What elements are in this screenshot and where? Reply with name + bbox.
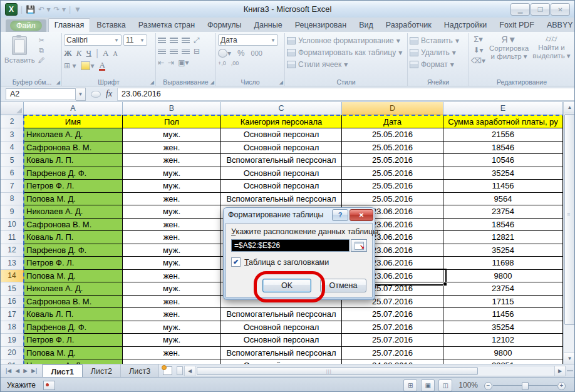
cell-date[interactable]: 25.05.2016 xyxy=(342,154,443,167)
cell-category[interactable]: Вспомогательный песрсонал xyxy=(221,193,342,206)
checkbox-checked-icon[interactable]: ✔ xyxy=(231,257,241,267)
cell-category[interactable]: Основной персонал xyxy=(221,167,342,180)
cell-salary[interactable]: 23754 xyxy=(443,205,563,219)
cell-name[interactable]: Попова М. Д. xyxy=(24,347,123,360)
scroll-down-icon[interactable]: ▼ xyxy=(564,353,575,364)
cell-name[interactable]: Коваль Л. П. xyxy=(24,154,123,167)
cell-date[interactable]: 24.08.2016 xyxy=(342,359,443,364)
row-number[interactable]: 7 xyxy=(1,180,24,193)
cell-salary[interactable]: 11456 xyxy=(443,308,563,321)
cell-category[interactable]: Основной персонал xyxy=(221,359,342,364)
dialog-launcher-icon[interactable]: ◢ xyxy=(56,80,60,85)
sheet-tab[interactable]: Лист2 xyxy=(83,364,121,377)
row-number[interactable]: 10 xyxy=(1,219,24,232)
autosum-icon[interactable]: Σ ▾ xyxy=(471,34,485,44)
insert-function-icon[interactable]: fx xyxy=(106,89,112,99)
ribbon-tab[interactable]: Данные xyxy=(247,18,288,32)
cell-category[interactable]: Вспомогательный песрсонал xyxy=(221,308,342,321)
dialog-close-icon[interactable]: ✕ xyxy=(350,209,373,221)
cell-category[interactable]: Основной персонал xyxy=(221,142,342,155)
undo-icon[interactable]: ↶ ▾ xyxy=(38,6,50,13)
row-number[interactable]: 21 xyxy=(1,359,24,364)
select-all-corner[interactable] xyxy=(1,102,24,115)
cell-name[interactable]: Попова М. Д. xyxy=(24,270,123,283)
increase-decimal-icon[interactable]: +,0 xyxy=(218,60,226,66)
shrink-font-button[interactable]: А xyxy=(113,50,118,57)
dialog-help-icon[interactable]: ? xyxy=(332,209,348,221)
cell-gender[interactable]: муж. xyxy=(123,244,221,257)
cell-category[interactable]: Основной персонал xyxy=(221,321,342,334)
format-painter-icon[interactable]: 🖉 xyxy=(37,56,46,64)
normal-view-icon[interactable]: ⊞ xyxy=(403,379,417,391)
header-cell-salary[interactable]: Сумма заработной платы, ру xyxy=(443,115,563,128)
cell-name[interactable]: Парфенов Д. Ф. xyxy=(24,244,123,257)
header-cell-gender[interactable]: Пол xyxy=(123,115,221,128)
cell-gender[interactable]: муж. xyxy=(123,205,221,219)
ribbon-tab[interactable]: Foxit PDF xyxy=(493,18,541,32)
row-number[interactable]: 16 xyxy=(1,296,24,309)
page-break-view-icon[interactable]: ◫ xyxy=(438,379,452,391)
cell-salary[interactable]: 18546 xyxy=(443,219,563,232)
ribbon-tab[interactable]: Надстройки xyxy=(438,18,494,32)
paste-button[interactable]: Вставить xyxy=(4,35,35,64)
qat-customize-icon[interactable]: ▼ xyxy=(74,6,81,13)
formula-bar-handle[interactable] xyxy=(91,91,101,98)
align-bottom-icon[interactable] xyxy=(182,38,190,43)
header-cell-date[interactable]: Дата xyxy=(342,115,443,128)
cell-gender[interactable]: жен. xyxy=(123,231,221,244)
vertical-scrollbar-thumb[interactable] xyxy=(564,114,575,325)
cell-salary[interactable]: 35254 xyxy=(443,244,563,257)
cell-name[interactable]: Николаев А. Д. xyxy=(24,359,123,364)
row-number[interactable]: 20 xyxy=(1,347,24,360)
cell-category[interactable]: Вспомогательный песрсонал xyxy=(221,347,342,360)
cell-gender[interactable]: муж. xyxy=(123,128,221,142)
cell-salary[interactable]: 11456 xyxy=(443,180,563,193)
decrease-decimal-icon[interactable]: ,00 xyxy=(231,60,239,66)
cell-gender[interactable]: жен. xyxy=(123,347,221,360)
cell-name[interactable]: Коваль Л. П. xyxy=(24,308,123,321)
range-picker-button[interactable]: ↘ xyxy=(351,239,367,252)
ribbon-tab[interactable]: Формулы xyxy=(201,18,247,32)
format-as-table-button[interactable]: Форматировать как таблицу▾ xyxy=(287,46,405,58)
cell-gender[interactable]: муж. xyxy=(123,257,221,270)
cell-salary[interactable]: 10546 xyxy=(443,154,563,167)
increase-indent-icon[interactable]: ⇥ xyxy=(168,58,174,67)
horizontal-scrollbar-thumb[interactable] xyxy=(197,367,478,375)
fill-icon[interactable]: ⬇▾ xyxy=(471,46,485,54)
name-box-dropdown-icon[interactable]: ▼ xyxy=(76,88,86,101)
grow-font-button[interactable]: А xyxy=(103,48,108,58)
ribbon-tab[interactable]: Главная xyxy=(48,18,91,32)
sheet-tab[interactable]: Лист3 xyxy=(121,364,159,377)
align-middle-icon[interactable] xyxy=(170,38,178,43)
cut-icon[interactable]: ✂ xyxy=(37,36,46,44)
row-number[interactable]: 6 xyxy=(1,167,24,180)
cell-gender[interactable]: жен. xyxy=(123,219,221,232)
cell-salary[interactable]: 11698 xyxy=(443,257,563,270)
row-number[interactable]: 4 xyxy=(1,142,24,155)
row-number[interactable]: 14 xyxy=(1,270,24,283)
page-layout-view-icon[interactable]: ▣ xyxy=(421,379,435,391)
header-cell-category[interactable]: Каиегория персонала xyxy=(221,115,342,128)
scroll-up-icon[interactable]: ▲ xyxy=(564,102,575,113)
cell-salary[interactable]: 18546 xyxy=(443,142,563,155)
name-box[interactable]: A2 xyxy=(6,88,76,100)
tab-split-handle[interactable] xyxy=(177,366,183,375)
column-header[interactable]: B xyxy=(123,102,221,115)
zoom-level[interactable]: 100% xyxy=(458,381,478,389)
cell-date[interactable]: 25.05.2016 xyxy=(342,128,443,142)
cell-gender[interactable]: муж. xyxy=(123,180,221,193)
sheet-tab[interactable]: Лист1 xyxy=(42,364,82,377)
ribbon-tab[interactable]: Вставка xyxy=(90,18,132,32)
italic-button[interactable]: К xyxy=(76,48,82,58)
row-number[interactable]: 9 xyxy=(1,205,24,219)
zoom-in-icon[interactable]: + xyxy=(557,382,566,390)
close-button[interactable]: ✕ xyxy=(551,3,570,16)
clear-icon[interactable]: ⌫▾ xyxy=(471,56,485,65)
sheet-nav-buttons[interactable]: |◀ ◀ ▶ ▶| xyxy=(1,364,42,377)
cell-salary[interactable]: 12102 xyxy=(443,334,563,347)
decrease-indent-icon[interactable]: ⇤ xyxy=(158,58,164,67)
cell-name[interactable]: Парфенов Д. Ф. xyxy=(24,167,123,180)
dialog-launcher-icon[interactable]: ◢ xyxy=(279,80,283,85)
cell-date[interactable]: 25.05.2016 xyxy=(342,193,443,206)
redo-icon[interactable]: ↷ ▾ xyxy=(54,6,66,13)
